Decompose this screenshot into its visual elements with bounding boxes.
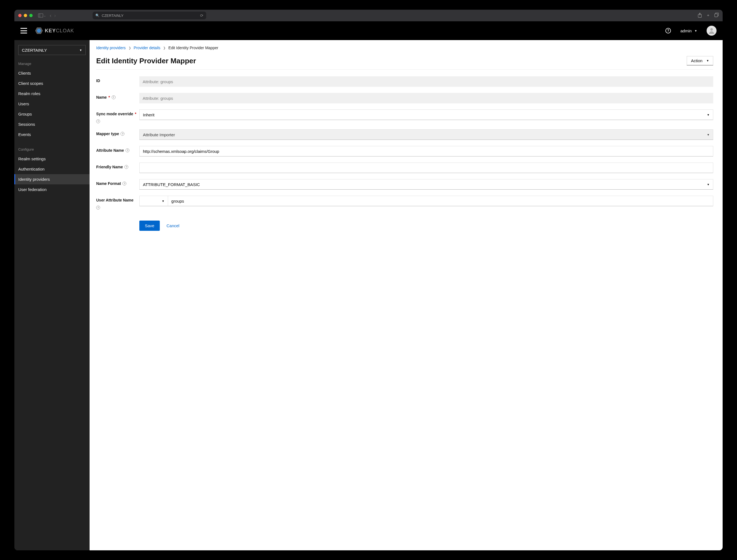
main-content: Identity providers ❯ Provider details ❯ … — [90, 40, 346, 263]
row-user-attribute: User Attribute Name ? ▼ — [96, 196, 346, 210]
nav-realm-settings[interactable]: Realm settings — [14, 154, 90, 164]
save-button[interactable]: Save — [139, 221, 160, 231]
sidebar-toggle[interactable]: ⌄ — [38, 14, 46, 17]
hamburger-menu[interactable] — [20, 28, 27, 33]
select-name-format[interactable]: ATTRIBUTE_FORMAT_BASIC ▼ — [139, 179, 346, 190]
row-id: ID Attribute: groups — [96, 76, 346, 87]
label-name: Name*? — [96, 93, 139, 100]
field-name: Attribute: groups — [139, 93, 346, 103]
app-body: CZERTAINLY ▼ Manage Clients Client scope… — [14, 40, 346, 263]
app-header: KEYCLOAK ? admin ▼ — [14, 21, 346, 40]
reload-icon[interactable]: ⟳ — [200, 13, 203, 18]
select-sync-mode[interactable]: Inherit ▼ — [139, 109, 346, 120]
label-mapper-type: Mapper type? — [96, 129, 139, 136]
search-icon: 🔍 — [95, 14, 100, 17]
realm-name: CZERTAINLY — [22, 48, 47, 53]
nav-sessions[interactable]: Sessions — [14, 119, 90, 129]
nav-buttons: ‹ › — [50, 13, 56, 19]
maximize-window[interactable] — [29, 14, 33, 17]
close-window[interactable] — [18, 14, 22, 17]
breadcrumb-identity-providers[interactable]: Identity providers — [96, 46, 126, 50]
label-sync-mode: Sync mode override* ? — [96, 109, 139, 123]
nav-client-scopes[interactable]: Client scopes — [14, 78, 90, 88]
user-attribute-type-select[interactable]: ▼ — [139, 196, 168, 206]
row-mapper-type: Mapper type? Attribute Importer ▼ — [96, 129, 346, 140]
help-icon[interactable]: ? — [124, 165, 128, 169]
sidebar: CZERTAINLY ▼ Manage Clients Client scope… — [14, 40, 90, 263]
svg-rect-0 — [38, 14, 43, 17]
browser-window: ⌄ ‹ › 🔍 CZERTAINLY ⟳ + KEYCLOAK — [14, 10, 346, 263]
breadcrumb-current: Edit Identity Provider Mapper — [168, 46, 218, 50]
breadcrumb-provider-details[interactable]: Provider details — [134, 46, 161, 50]
help-icon[interactable]: ? — [96, 119, 100, 123]
help-icon[interactable]: ? — [121, 132, 124, 136]
input-attribute-name[interactable] — [139, 146, 346, 156]
nav-events[interactable]: Events — [14, 129, 90, 140]
help-icon[interactable]: ? — [112, 95, 116, 99]
section-manage: Manage — [14, 58, 90, 68]
traffic-lights — [18, 14, 33, 17]
row-friendly-name: Friendly Name? — [96, 163, 346, 173]
help-icon[interactable]: ? — [126, 148, 129, 152]
chevron-right-icon: ❯ — [163, 46, 166, 50]
row-name-format: Name Format? ATTRIBUTE_FORMAT_BASIC ▼ — [96, 179, 346, 190]
divider — [96, 69, 346, 70]
help-icon[interactable]: ? — [96, 206, 100, 210]
realm-selector[interactable]: CZERTAINLY ▼ — [18, 45, 86, 55]
page-head: Edit Identity Provider Mapper Action ▼ — [96, 56, 346, 66]
page-title: Edit Identity Provider Mapper — [96, 57, 196, 65]
back-button[interactable]: ‹ — [50, 13, 51, 19]
logo-text: KEYCLOAK — [45, 28, 74, 34]
chevron-right-icon: ❯ — [129, 46, 131, 50]
label-name-format: Name Format? — [96, 179, 139, 186]
section-configure: Configure — [14, 143, 90, 154]
nav-identity-providers[interactable]: Identity providers — [14, 174, 90, 184]
label-attribute-name: Attribute Name? — [96, 146, 139, 153]
nav-users[interactable]: Users — [14, 99, 90, 109]
url-text: CZERTAINLY — [102, 14, 124, 18]
logo: KEYCLOAK — [35, 27, 74, 35]
help-icon[interactable]: ? — [122, 182, 126, 185]
nav-realm-roles[interactable]: Realm roles — [14, 88, 90, 99]
minimize-window[interactable] — [24, 14, 27, 17]
nav-user-federation[interactable]: User federation — [14, 184, 90, 195]
label-user-attribute: User Attribute Name ? — [96, 196, 139, 210]
row-sync-mode: Sync mode override* ? Inherit ▼ — [96, 109, 346, 123]
nav-clients[interactable]: Clients — [14, 68, 90, 78]
row-attribute-name: Attribute Name? — [96, 146, 346, 156]
caret-down-icon: ▼ — [162, 200, 164, 203]
row-name: Name*? Attribute: groups — [96, 93, 346, 103]
nav-groups[interactable]: Groups — [14, 109, 90, 119]
breadcrumb: Identity providers ❯ Provider details ❯ … — [96, 46, 346, 50]
titlebar: ⌄ ‹ › 🔍 CZERTAINLY ⟳ + — [14, 10, 346, 21]
label-id: ID — [96, 76, 139, 83]
select-mapper-type[interactable]: Attribute Importer ▼ — [139, 129, 346, 140]
caret-down-icon: ▼ — [79, 49, 82, 52]
cancel-button[interactable]: Cancel — [166, 223, 179, 228]
nav-authentication[interactable]: Authentication — [14, 164, 90, 174]
form-buttons: Save Cancel — [139, 221, 346, 231]
url-bar[interactable]: 🔍 CZERTAINLY ⟳ — [93, 12, 206, 19]
field-id: Attribute: groups — [139, 76, 346, 87]
logo-icon — [35, 27, 43, 35]
app: KEYCLOAK ? admin ▼ CZERTAINLY ▼ Manage — [14, 21, 346, 263]
input-friendly-name[interactable] — [139, 163, 346, 173]
input-user-attribute[interactable] — [168, 196, 346, 206]
label-friendly-name: Friendly Name? — [96, 163, 139, 169]
forward-button[interactable]: › — [54, 13, 56, 19]
